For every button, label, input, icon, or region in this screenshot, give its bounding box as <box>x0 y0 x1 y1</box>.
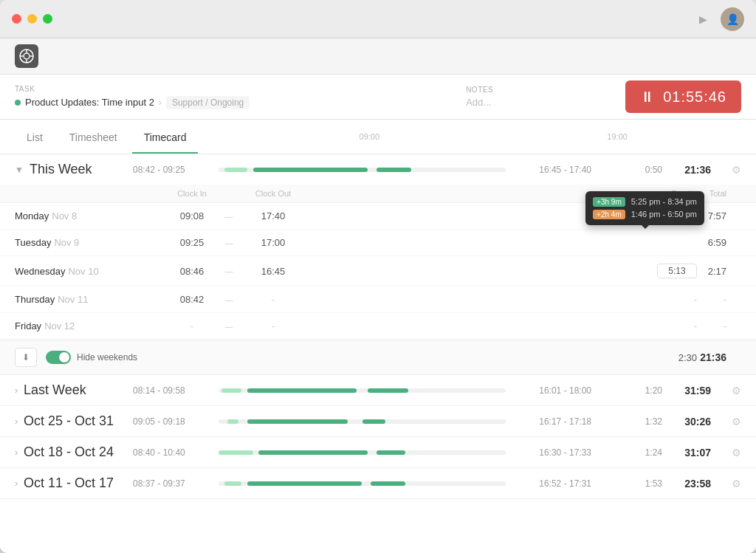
wednesday-clock-out[interactable]: 16:45 <box>236 266 310 277</box>
week-breaks: 0:50 <box>603 165 662 175</box>
tuesday-divider: — <box>221 238 236 247</box>
col-clockout-label: Clock Out <box>236 189 310 198</box>
tab-timesheet[interactable]: Timesheet <box>58 120 129 154</box>
week-header-last-week[interactable]: › Last Week 08:14 - 09:58 16:01 - 1 <box>0 375 756 405</box>
toggle-thumb <box>59 352 69 363</box>
task-breadcrumb: Support / Ongoing <box>166 96 250 109</box>
friday-clock-in: - <box>162 320 221 332</box>
week-header-this-week[interactable]: ▼ This Week 08:42 - 09:25 <box>0 154 756 185</box>
week-timeline <box>219 164 506 176</box>
oct-11-17-timeline <box>219 478 506 490</box>
monday-divider: — <box>221 212 236 221</box>
monday-clock-out[interactable]: 17:40 <box>236 210 310 221</box>
timeline-label-end: 19:00 <box>607 132 628 141</box>
day-label-friday: Friday Nov 12 <box>15 320 162 332</box>
tuesday-total: 6:59 <box>697 237 741 248</box>
break-time-1: 5:25 pm - 8:34 pm <box>631 197 697 207</box>
day-date-monday: Nov 8 <box>52 210 77 221</box>
break-badge-1: +3h 9m <box>593 197 625 207</box>
notes-section: Notes Add... <box>466 86 614 108</box>
timer-display: 01:55:46 <box>663 89 726 106</box>
week-oct-11-17: › Oct 11 - Oct 17 08:37 - 09:37 16: <box>0 468 756 499</box>
week-meta-this-week: 08:42 - 09:25 16:45 - 17:40 0:50 21:36 <box>133 164 741 176</box>
task-section: Task Product Updates: Time input 2 › Sup… <box>15 85 454 109</box>
col-clockin-label: Clock In <box>162 189 221 198</box>
day-date-tuesday: Nov 9 <box>54 237 79 248</box>
notes-placeholder[interactable]: Add... <box>466 97 614 108</box>
settings-icon-oct18[interactable]: ⚙ <box>732 447 741 458</box>
break-time-2: 1:46 pm - 6:50 pm <box>631 210 697 219</box>
close-button[interactable] <box>12 14 21 24</box>
thursday-total: - <box>697 294 741 305</box>
monday-clock-in[interactable]: 09:08 <box>162 210 221 221</box>
day-name-wednesday: Wednesday <box>15 266 65 277</box>
last-week-timeline <box>219 385 506 396</box>
chevron-down-icon: ▼ <box>15 165 24 175</box>
friday-total: - <box>697 320 741 332</box>
settings-icon-lastweek[interactable]: ⚙ <box>732 385 741 396</box>
day-label-monday: Monday Nov 8 <box>15 210 162 221</box>
week-this-week: ▼ This Week 08:42 - 09:25 <box>0 154 756 375</box>
week-header-oct-18-24[interactable]: › Oct 18 - Oct 24 08:40 - 10:40 16: <box>0 437 756 467</box>
week-meta-oct-11-17: 08:37 - 09:37 16:52 - 17:31 1:53 23:58 ⚙ <box>133 478 741 490</box>
settings-icon[interactable]: ⚙ <box>732 164 741 176</box>
friday-breaks: - <box>638 320 697 332</box>
notes-label: Notes <box>466 86 614 94</box>
break-tooltip: +3h 9m 5:25 pm - 8:34 pm +2h 4m 1:46 pm … <box>585 191 704 225</box>
day-date-thursday: Nov 11 <box>58 294 88 305</box>
wednesday-clock-in[interactable]: 08:46 <box>162 266 221 277</box>
oct-25-31-timeline <box>219 416 506 427</box>
friday-clock-out: - <box>236 320 310 332</box>
settings-icon-oct25[interactable]: ⚙ <box>732 416 741 427</box>
task-name[interactable]: Product Updates: Time input 2 <box>25 97 154 108</box>
pause-icon: ⏸ <box>640 89 656 106</box>
timer-button[interactable]: ⏸ 01:55:46 <box>625 80 741 113</box>
toggle-label: Hide weekends <box>77 352 137 363</box>
maximize-button[interactable] <box>43 14 52 24</box>
hide-weekends-toggle[interactable]: Hide weekends <box>46 351 137 364</box>
day-label-wednesday: Wednesday Nov 10 <box>15 266 162 277</box>
tab-timecard[interactable]: Timecard <box>132 120 199 154</box>
settings-icon-oct11[interactable]: ⚙ <box>732 478 741 490</box>
week-oct-25-31: › Oct 25 - Oct 31 09:05 - 09:18 16: <box>0 406 756 437</box>
day-date-wednesday: Nov 10 <box>68 266 98 277</box>
download-button[interactable]: ⬇ <box>15 348 37 367</box>
day-name-tuesday: Tuesday <box>15 237 51 248</box>
week-time-range-start: 08:42 - 09:25 <box>133 165 207 175</box>
week-meta-last-week: 08:14 - 09:58 16:01 - 18:00 1:20 31:59 ⚙ <box>133 385 741 396</box>
play-icon[interactable]: ▶ <box>694 10 712 28</box>
thursday-clock-out: - <box>236 294 310 305</box>
wednesday-breaks-input[interactable] <box>657 264 697 278</box>
week-footer-row: ⬇ Hide weekends 2:30 21:36 <box>0 340 756 374</box>
wednesday-breaks-container <box>638 264 697 278</box>
week-title-last-week: › Last Week <box>15 382 133 398</box>
tabs: List Timesheet Timecard 09:00 19:00 <box>0 120 756 154</box>
week-header-oct-11-17[interactable]: › Oct 11 - Oct 17 08:37 - 09:37 16: <box>0 468 756 498</box>
app-window: ▶ 👤 Task Product Updates: Time input 2 › <box>0 0 756 553</box>
avatar[interactable]: 👤 <box>721 7 744 31</box>
toggle-switch[interactable] <box>46 351 71 364</box>
tab-list[interactable]: List <box>15 120 55 154</box>
titlebar-right: ▶ 👤 <box>694 7 744 31</box>
week-meta-oct-25-31: 09:05 - 09:18 16:17 - 17:18 1:32 30:26 ⚙ <box>133 416 741 427</box>
oct-18-24-timeline <box>219 447 506 458</box>
task-value: Product Updates: Time input 2 › Support … <box>15 96 454 109</box>
thursday-breaks: - <box>638 294 697 305</box>
task-label: Task <box>15 85 454 93</box>
minimize-button[interactable] <box>27 14 37 24</box>
titlebar: ▶ 👤 <box>0 0 756 38</box>
week-title-oct-18-24: › Oct 18 - Oct 24 <box>15 444 133 460</box>
week-title-this-week: ▼ This Week <box>15 162 133 177</box>
task-bar: Task Product Updates: Time input 2 › Sup… <box>0 75 756 120</box>
tuesday-clock-out[interactable]: 17:00 <box>236 237 310 248</box>
day-label-thursday: Thursday Nov 11 <box>15 294 162 305</box>
week-header-oct-25-31[interactable]: › Oct 25 - Oct 31 09:05 - 09:18 16: <box>0 406 756 436</box>
thursday-clock-in[interactable]: 08:42 <box>162 294 221 305</box>
day-name-monday: Monday <box>15 210 49 221</box>
day-row-tuesday: Tuesday Nov 9 09:25 — 17:00 +3h 9m 5:25 … <box>0 230 756 256</box>
main-content: List Timesheet Timecard 09:00 19:00 ▼ Th… <box>0 120 756 553</box>
svg-point-1 <box>24 53 30 59</box>
week-title-oct-11-17: › Oct 11 - Oct 17 <box>15 475 133 491</box>
break-badge-2: +2h 4m <box>593 210 625 219</box>
tuesday-clock-in[interactable]: 09:25 <box>162 237 221 248</box>
